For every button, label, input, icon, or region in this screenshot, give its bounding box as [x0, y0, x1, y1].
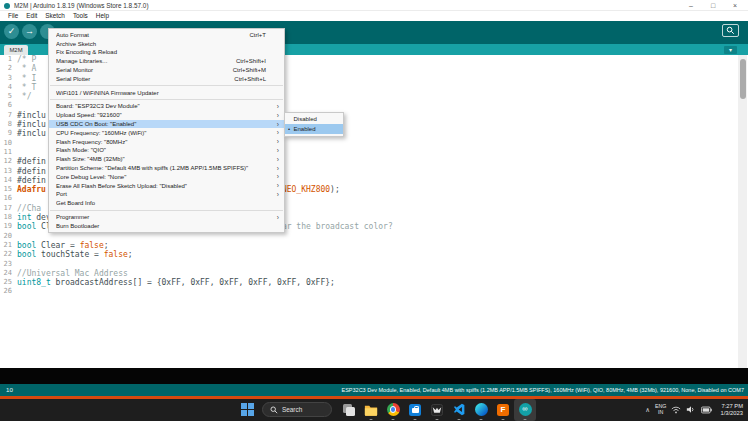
- tools-menu-item-flash-size-4mb-32mb[interactable]: Flash Size: "4MB (32Mb)"›: [49, 155, 284, 164]
- tools-menu-item-core-debug-level-none[interactable]: Core Debug Level: "None"›: [49, 172, 284, 181]
- tools-menu-item-wifi101-wifinina-firmware-updater[interactable]: WiFi101 / WiFiNINA Firmware Updater: [49, 88, 284, 97]
- tools-menu-item-flash-frequency-80mhz[interactable]: Flash Frequency: "80MHz"›: [49, 137, 284, 146]
- search-label: Search: [282, 406, 302, 413]
- menubar-item-edit[interactable]: Edit: [22, 11, 41, 21]
- line-number: 24: [0, 269, 12, 278]
- submenu-arrow-icon: ›: [274, 182, 279, 189]
- tools-menu-item-board-esp32c3-dev-module[interactable]: Board: "ESP32C3 Dev Module"›: [49, 102, 284, 111]
- code-text: #inclu: [17, 120, 46, 129]
- tools-menu-item-serial-plotter[interactable]: Serial PlotterCtrl+Shift+L: [49, 74, 284, 83]
- running-indicator: [458, 419, 461, 421]
- submenu-item-label: Enabled: [294, 126, 316, 132]
- running-indicator: [370, 419, 373, 421]
- tools-menu-item-fix-encoding-reload[interactable]: Fix Encoding & Reload: [49, 48, 284, 57]
- hidden-icons-chevron[interactable]: ∧: [645, 406, 650, 414]
- tab-m2m[interactable]: M2M: [4, 45, 28, 55]
- code-text: */: [17, 92, 31, 101]
- battery-icon[interactable]: [701, 406, 712, 414]
- usb-cdc-submenu-popup: Disabled•Enabled: [284, 112, 344, 137]
- tools-menu-item-usb-cdc-on-boot-enabled[interactable]: USB CDC On Boot: "Enabled"›: [49, 120, 284, 129]
- taskbar-app-dark-wings-app[interactable]: [426, 399, 448, 421]
- taskbar-app-file-explorer[interactable]: [360, 399, 382, 421]
- taskbar-app-vscode[interactable]: [448, 399, 470, 421]
- volume-icon[interactable]: [686, 405, 696, 414]
- taskbar-app-arduino-ide[interactable]: ∞: [514, 399, 536, 421]
- file-explorer-icon: [364, 404, 378, 416]
- submenu-arrow-icon: ›: [274, 147, 279, 154]
- upload-button[interactable]: →: [22, 24, 37, 39]
- code-text: * I: [17, 74, 36, 83]
- clock-time: 7:27 PM: [720, 403, 743, 410]
- line-number: 13: [0, 167, 12, 176]
- editor-scrollbar-thumb[interactable]: [740, 59, 746, 99]
- taskbar-apps: F∞: [338, 399, 536, 421]
- tools-menu-item-serial-monitor[interactable]: Serial MonitorCtrl+Shift+M: [49, 66, 284, 75]
- taskbar-search[interactable]: Search: [262, 402, 332, 417]
- arduino-app-icon: [4, 3, 10, 9]
- title-bar: M2M | Arduino 1.8.19 (Windows Store 1.8.…: [0, 0, 748, 11]
- menu-item-label: Board: "ESP32C3 Dev Module": [56, 103, 274, 109]
- tools-menu-item-get-board-info[interactable]: Get Board Info: [49, 199, 284, 208]
- submenu-item-label: Disabled: [294, 116, 317, 122]
- console-output: [0, 368, 748, 384]
- tools-menu-item-upload-speed-921600[interactable]: Upload Speed: "921600"›: [49, 111, 284, 120]
- menubar-item-help[interactable]: Help: [92, 11, 113, 21]
- code-line: 24//Universal Mac Address: [0, 269, 748, 278]
- orange-f-app-icon: F: [497, 404, 510, 417]
- editor-scrollbar-track[interactable]: [738, 55, 747, 368]
- serial-monitor-button[interactable]: [722, 24, 739, 37]
- maximize-button[interactable]: □: [702, 0, 724, 11]
- arduino-ide-icon: ∞: [519, 403, 532, 416]
- code-text: /* P: [17, 55, 36, 64]
- tools-menu-item-partition-scheme-default-4mb-with-spiffs[interactable]: Partition Scheme: "Default 4MB with spif…: [49, 164, 284, 173]
- line-number: 10: [0, 139, 12, 148]
- line-number: 1: [0, 55, 12, 64]
- code-text: * A: [17, 64, 36, 73]
- board-info-text: ESP32C3 Dev Module, Enabled, Default 4MB…: [342, 387, 744, 393]
- tools-menu-item-manage-libraries[interactable]: Manage Libraries...Ctrl+Shift+I: [49, 57, 284, 66]
- tools-menu-item-auto-format[interactable]: Auto FormatCtrl+T: [49, 31, 284, 40]
- wifi-icon[interactable]: [671, 406, 681, 414]
- menubar-item-file[interactable]: File: [4, 11, 22, 21]
- magnifier-icon: [726, 26, 735, 35]
- menubar-item-sketch[interactable]: Sketch: [41, 11, 69, 21]
- menu-item-label: Manage Libraries...: [56, 58, 236, 64]
- close-button[interactable]: ×: [724, 0, 746, 11]
- tools-menu-item-port[interactable]: Port›: [49, 190, 284, 199]
- menu-item-label: Burn Bootloader: [56, 223, 274, 229]
- minimize-button[interactable]: –: [680, 0, 702, 11]
- tools-menu-item-programmer[interactable]: Programmer›: [49, 213, 284, 222]
- tools-menu-item-cpu-frequency-160mhz-wifi[interactable]: CPU Frequency: "160MHz (WiFi)"›: [49, 128, 284, 137]
- menu-item-shortcut: Ctrl+T: [250, 32, 267, 38]
- taskbar-app-orange-f-app[interactable]: F: [492, 399, 514, 421]
- code-text: //Universal Mac Address: [17, 269, 128, 278]
- line-number: 7: [0, 111, 12, 120]
- tools-menu-item-erase-all-flash-before-sketch-upload-dis[interactable]: Erase All Flash Before Sketch Upload: "D…: [49, 181, 284, 190]
- menu-item-label: Auto Format: [56, 32, 250, 38]
- menu-bar: FileEditSketchToolsHelp: [0, 11, 748, 21]
- language-bottom: IN: [655, 410, 666, 416]
- taskbar-app-task-view[interactable]: [338, 399, 360, 421]
- taskbar-app-chrome[interactable]: [382, 399, 404, 421]
- code-text: #defin: [17, 176, 46, 185]
- language-indicator[interactable]: ENG IN: [655, 404, 666, 415]
- line-number: 21: [0, 241, 12, 250]
- tab-dropdown-button[interactable]: ▾: [724, 46, 737, 54]
- taskbar-app-edge[interactable]: [470, 399, 492, 421]
- code-text: * T: [17, 83, 36, 92]
- tools-menu-item-archive-sketch[interactable]: Archive Sketch: [49, 39, 284, 48]
- menubar-item-tools[interactable]: Tools: [69, 11, 92, 21]
- submenu-item-disabled[interactable]: Disabled: [285, 115, 343, 125]
- code-text: #inclu: [17, 129, 46, 138]
- submenu-item-enabled[interactable]: •Enabled: [285, 124, 343, 134]
- taskbar-app-microsoft-store[interactable]: [404, 399, 426, 421]
- running-indicator: [436, 419, 439, 421]
- tools-menu-popup: Auto FormatCtrl+TArchive SketchFix Encod…: [48, 28, 285, 234]
- clock[interactable]: 7:27 PM 1/3/2023: [720, 403, 746, 416]
- start-button[interactable]: [241, 403, 254, 416]
- verify-button[interactable]: ✓: [4, 24, 19, 39]
- tools-menu-item-burn-bootloader[interactable]: Burn Bootloader: [49, 221, 284, 230]
- line-number: 17: [0, 204, 12, 213]
- line-number: 3: [0, 74, 12, 83]
- tools-menu-item-flash-mode-qio[interactable]: Flash Mode: "QIO"›: [49, 146, 284, 155]
